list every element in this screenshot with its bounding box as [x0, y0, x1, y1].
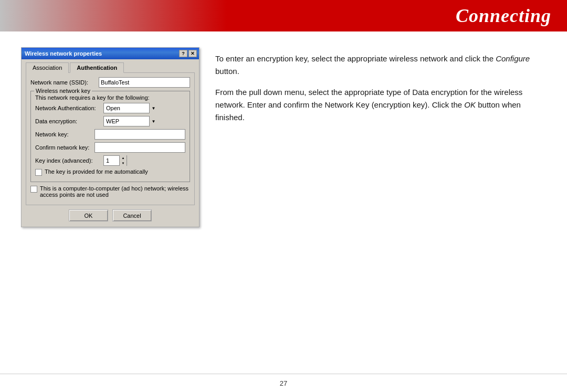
paragraph-1-end: button. — [215, 67, 239, 76]
network-auth-select[interactable]: Open ▼ — [103, 103, 156, 113]
dialog-buttons: OK Cancel — [26, 209, 195, 221]
auto-key-row: The key is provided for me automatically — [35, 168, 185, 176]
network-key-label: Network key: — [35, 131, 94, 137]
network-auth-label: Network Authentication: — [35, 105, 103, 111]
text-content: To enter an encryption key, select the a… — [215, 47, 546, 132]
header-bar: Connecting — [0, 0, 567, 31]
data-enc-select[interactable]: WEP ▼ — [103, 116, 156, 126]
dialog-titlebar: Wireless network properties ? ✕ — [22, 48, 199, 59]
network-name-row: Network name (SSID): — [30, 77, 190, 88]
key-index-label: Key index (advanced): — [35, 157, 103, 164]
key-index-spinner[interactable]: 1 ▲ ▼ — [103, 155, 127, 166]
network-name-input[interactable] — [99, 77, 190, 88]
tab-authentication[interactable]: Authentication — [70, 62, 124, 73]
auto-key-checkbox[interactable] — [35, 169, 42, 176]
adhoc-label: This is a computer-to-computer (ad hoc) … — [40, 185, 190, 198]
group-label: Wireless network key — [34, 88, 92, 94]
wireless-key-group: Wireless network key This network requir… — [30, 91, 190, 182]
adhoc-checkbox[interactable] — [30, 186, 37, 193]
paragraph-2-italic: OK — [464, 100, 476, 109]
spinner-buttons: ▲ ▼ — [119, 155, 127, 166]
close-button[interactable]: ✕ — [188, 50, 197, 57]
auto-key-label: The key is provided for me automatically — [45, 168, 148, 175]
tab-association[interactable]: Association — [26, 62, 69, 73]
data-enc-row: Data encryption: WEP ▼ — [35, 116, 185, 126]
network-auth-row: Network Authentication: Open ▼ — [35, 103, 185, 113]
confirm-key-label: Confirm network key: — [35, 144, 94, 151]
page-number: 27 — [280, 379, 287, 387]
data-enc-arrow: ▼ — [149, 116, 158, 126]
win-dialog: Wireless network properties ? ✕ Associat… — [21, 47, 200, 227]
key-index-row: Key index (advanced): 1 ▲ ▼ — [35, 155, 185, 166]
adhoc-row: This is a computer-to-computer (ad hoc) … — [30, 185, 190, 198]
network-auth-value: Open — [104, 105, 149, 111]
help-button[interactable]: ? — [179, 50, 187, 57]
network-auth-arrow: ▼ — [149, 103, 158, 113]
key-index-value: 1 — [104, 157, 119, 164]
network-key-input[interactable] — [94, 129, 185, 140]
ok-button[interactable]: OK — [69, 209, 108, 221]
paragraph-2: From the pull down menu, select the appr… — [215, 86, 546, 124]
confirm-key-row: Confirm network key: — [35, 142, 185, 153]
dialog-body: Association Authentication Network name … — [22, 59, 199, 227]
paragraph-1: To enter an encryption key, select the a… — [215, 52, 546, 78]
dialog-tabs: Association Authentication — [26, 62, 195, 73]
group-note: This network requires a key for the foll… — [35, 94, 185, 101]
footer: 27 — [0, 374, 567, 392]
data-enc-value: WEP — [104, 118, 149, 124]
network-key-row: Network key: — [35, 129, 185, 140]
page-title: Connecting — [456, 5, 551, 27]
confirm-key-input[interactable] — [94, 142, 185, 153]
dialog-container: Wireless network properties ? ✕ Associat… — [21, 47, 200, 227]
cancel-button[interactable]: Cancel — [112, 209, 152, 221]
paragraph-1-start: To enter an encryption key, select the a… — [215, 54, 496, 63]
tab-content: Network name (SSID): Wireless network ke… — [26, 72, 195, 205]
titlebar-buttons: ? ✕ — [179, 50, 197, 57]
network-name-label: Network name (SSID): — [30, 79, 99, 86]
main-content: Wireless network properties ? ✕ Associat… — [0, 31, 567, 374]
spinner-up[interactable]: ▲ — [120, 155, 127, 161]
paragraph-1-italic: Configure — [496, 54, 530, 63]
dialog-title: Wireless network properties — [25, 50, 102, 57]
spinner-down[interactable]: ▼ — [120, 161, 127, 166]
data-enc-label: Data encryption: — [35, 118, 103, 124]
